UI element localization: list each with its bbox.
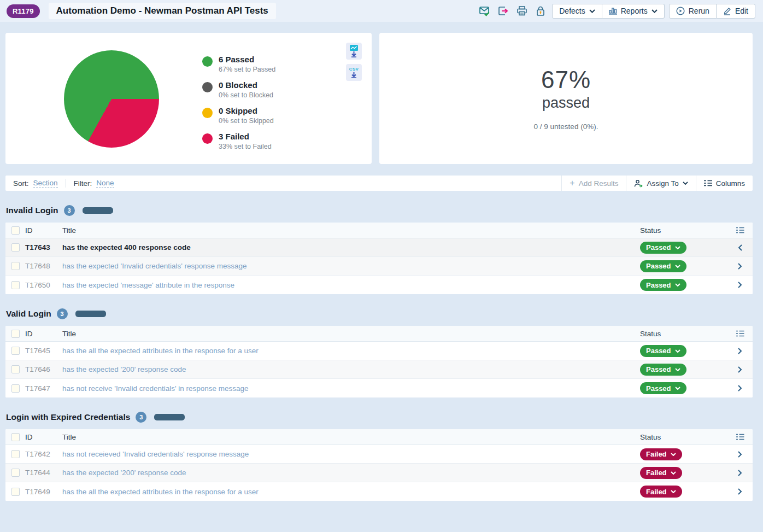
email-notify-icon[interactable]: [478, 4, 492, 18]
table-row[interactable]: T17645 has the all the expected attribut…: [5, 342, 753, 360]
section-progress-bar: [154, 414, 185, 420]
expand-row-icon[interactable]: [727, 263, 753, 270]
row-checkbox[interactable]: [11, 347, 20, 355]
sort-value-link[interactable]: Section: [33, 179, 58, 188]
blocked-dot: [202, 82, 213, 92]
section-title: Valid Login: [6, 309, 51, 319]
status-badge[interactable]: Failed: [640, 448, 682, 460]
table-header: ID Title Status: [5, 223, 753, 238]
plus-icon: +: [570, 179, 574, 188]
lock-icon[interactable]: [533, 4, 548, 18]
status-badge[interactable]: Passed: [640, 364, 686, 376]
collapse-row-icon[interactable]: [727, 244, 753, 251]
test-title-link[interactable]: has not receieved 'Invalid credentials' …: [62, 450, 640, 458]
print-icon[interactable]: [515, 4, 529, 18]
status-badge[interactable]: Passed: [640, 242, 686, 254]
test-title-link[interactable]: has the all the expected attributes in t…: [62, 347, 640, 355]
select-all-checkbox[interactable]: [11, 330, 20, 338]
test-id: T17642: [25, 450, 62, 458]
test-title-link[interactable]: has the all the expected attributes in t…: [62, 488, 640, 496]
page-title-wrap: Automation Demo - Newman Postman API Tes…: [49, 3, 276, 19]
table-row[interactable]: T17648 has the expected 'Invalid credent…: [5, 257, 753, 276]
table-header: ID Title Status: [5, 429, 753, 445]
export-forward-icon[interactable]: [496, 4, 510, 18]
section-title: Login with Expired Credentials: [6, 412, 130, 422]
add-results-label: Add Results: [579, 179, 619, 188]
expand-row-icon[interactable]: [727, 385, 753, 391]
assign-person-icon: [634, 179, 643, 188]
expand-row-icon[interactable]: [727, 488, 753, 495]
bar-chart-icon: [609, 7, 617, 15]
expand-row-icon[interactable]: [727, 348, 753, 354]
add-results-button[interactable]: + Add Results: [561, 176, 626, 191]
test-table: ID Title Status T17645 has the all the e…: [5, 326, 753, 397]
chevron-down-icon: [671, 471, 676, 475]
pencil-icon: [723, 7, 731, 15]
table-row[interactable]: T17642 has not receieved 'Invalid creden…: [5, 445, 753, 464]
assign-to-button[interactable]: Assign To: [626, 176, 695, 191]
filter-value-link[interactable]: None: [96, 179, 114, 188]
columns-button[interactable]: Columns: [696, 176, 753, 191]
pass-rate-card: 67% passed 0 / 9 untested (0%).: [379, 33, 753, 164]
legend-failed-sub: 33% set to Failed: [219, 143, 272, 150]
test-title-link[interactable]: has not receive 'Invalid credentials' in…: [62, 384, 640, 393]
table-row[interactable]: T17647 has not receive 'Invalid credenti…: [5, 379, 753, 397]
select-all-checkbox[interactable]: [11, 226, 20, 235]
row-checkbox[interactable]: [11, 281, 20, 289]
rerun-button[interactable]: Rerun: [669, 4, 717, 19]
download-arrow-icon: [351, 51, 357, 57]
expand-row-icon[interactable]: [727, 366, 753, 373]
chevron-down-icon: [652, 9, 658, 13]
expand-row-icon[interactable]: [727, 282, 753, 288]
download-csv-button[interactable]: CSV: [346, 64, 362, 81]
expand-row-icon[interactable]: [727, 470, 753, 476]
reports-button[interactable]: Reports: [602, 4, 665, 19]
download-chart-button[interactable]: [346, 43, 362, 60]
column-settings-icon[interactable]: [727, 330, 753, 337]
failed-dot: [202, 133, 213, 144]
csv-label: CSV: [349, 67, 359, 72]
table-row[interactable]: T17649 has the all the expected attribut…: [5, 482, 753, 501]
legend-skipped-sub: 0% set to Skipped: [219, 117, 274, 125]
chevron-down-icon: [589, 9, 595, 13]
row-checkbox[interactable]: [11, 488, 20, 496]
sort-label: Sort:: [13, 179, 29, 188]
row-checkbox[interactable]: [11, 450, 20, 458]
test-id: T17643: [25, 243, 62, 252]
status-badge[interactable]: Passed: [640, 279, 686, 291]
row-checkbox[interactable]: [11, 384, 20, 393]
legend-failed-count: 3 Failed: [219, 132, 272, 141]
divider: [66, 179, 66, 188]
table-row[interactable]: T17646 has the expected '200' response c…: [5, 360, 753, 379]
status-badge[interactable]: Passed: [640, 345, 686, 357]
test-title-link[interactable]: has the expected 'Invalid credentials' r…: [62, 262, 640, 270]
test-title-link[interactable]: has the expected '200' response code: [62, 469, 640, 477]
col-status: Status: [640, 433, 727, 441]
status-badge[interactable]: Failed: [640, 467, 682, 479]
expand-row-icon[interactable]: [727, 451, 753, 458]
edit-button[interactable]: Edit: [717, 4, 755, 19]
column-settings-icon[interactable]: [727, 434, 753, 440]
chevron-down-icon: [675, 283, 680, 287]
row-checkbox[interactable]: [11, 365, 20, 373]
table-row[interactable]: T17643 has the expected 400 response cod…: [5, 238, 753, 257]
legend-item-blocked: 0 Blocked 0% set to Blocked: [202, 80, 275, 99]
test-title-link[interactable]: has the expected 'message' attribute in …: [62, 281, 640, 289]
pass-rate-percent: 67%: [541, 66, 591, 93]
passed-dot: [202, 56, 213, 67]
column-settings-icon[interactable]: [727, 227, 753, 233]
table-row[interactable]: T17650 has the expected 'message' attrib…: [5, 276, 753, 294]
status-badge[interactable]: Passed: [640, 382, 686, 394]
test-title-link[interactable]: has the expected '200' response code: [62, 365, 640, 373]
status-badge[interactable]: Passed: [640, 260, 686, 272]
select-all-checkbox[interactable]: [11, 433, 20, 441]
chevron-down-icon: [683, 182, 688, 185]
row-checkbox[interactable]: [11, 243, 20, 252]
test-title-link[interactable]: has the expected 400 response code: [62, 243, 640, 252]
row-checkbox[interactable]: [11, 262, 20, 270]
status-badge[interactable]: Failed: [640, 486, 682, 498]
row-checkbox[interactable]: [11, 469, 20, 477]
defects-button[interactable]: Defects: [552, 4, 602, 19]
table-row[interactable]: T17644 has the expected '200' response c…: [5, 464, 753, 482]
test-table: ID Title Status T17642 has not receieved…: [5, 429, 753, 501]
